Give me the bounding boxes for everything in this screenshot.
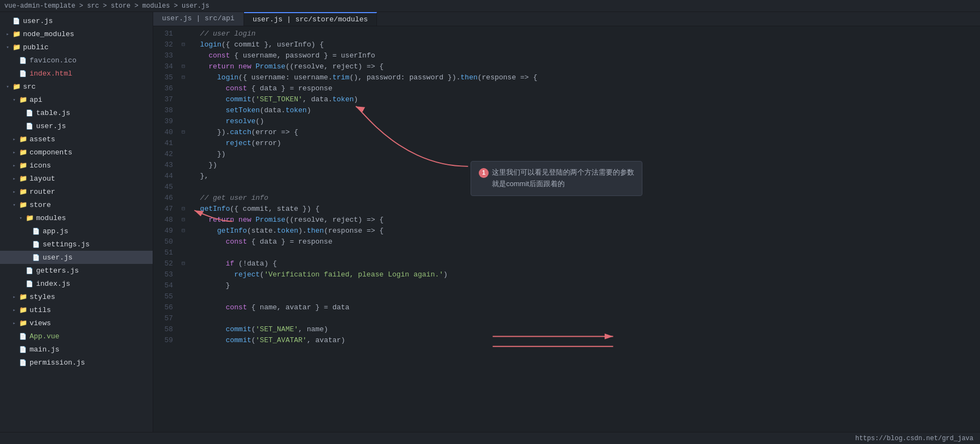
sidebar-item-assets[interactable]: 📁assets	[0, 132, 153, 146]
tree-label-router: router	[30, 188, 55, 196]
editor-content[interactable]: 31 // user login32⊟ login({ commit }, us…	[153, 26, 980, 432]
line-number-32: 32	[153, 39, 179, 50]
tree-label-modules: modules	[36, 214, 66, 222]
sidebar-item-router[interactable]: 📁router	[0, 185, 153, 198]
line-fold-50	[179, 237, 187, 247]
tree-icon-node-modules: 📁	[12, 30, 21, 38]
line-fold-56	[179, 302, 187, 313]
tree-arrow-api	[11, 96, 18, 103]
line-fold-58	[179, 324, 187, 335]
sidebar-item-node-modules[interactable]: 📁node_modules	[0, 27, 153, 41]
line-code-51	[187, 247, 980, 258]
sidebar-item-app-js[interactable]: 📄app.js	[0, 224, 153, 238]
sidebar-item-src[interactable]: 📁src	[0, 80, 153, 93]
tree-icon-settings-js: 📄	[32, 240, 40, 249]
tree-label-favicon-ico: favicon.ico	[30, 56, 77, 65]
line-fold-33	[179, 50, 187, 61]
sidebar-item-styles[interactable]: 📁styles	[0, 290, 153, 303]
sidebar-item-store[interactable]: 📁store	[0, 198, 153, 211]
line-fold-49: ⊟	[179, 226, 187, 237]
tree-icon-app-js: 📄	[32, 227, 40, 235]
line-fold-40: ⊟	[179, 127, 187, 138]
line-code-57	[187, 313, 980, 324]
sidebar-item-modules[interactable]: 📁modules	[0, 211, 153, 224]
line-number-36: 36	[153, 83, 179, 94]
code-line-41: 41 reject(error)	[153, 138, 980, 149]
sidebar-item-permission-js[interactable]: 📄permission.js	[0, 356, 153, 369]
line-number-39: 39	[153, 116, 179, 127]
line-fold-42	[179, 149, 187, 160]
line-number-34: 34	[153, 61, 179, 72]
sidebar-item-favicon-ico[interactable]: 📄favicon.ico	[0, 54, 153, 67]
code-line-55: 55	[153, 291, 980, 302]
line-number-45: 45	[153, 182, 179, 193]
tree-label-main-js: main.js	[30, 345, 60, 354]
code-line-34: 34⊟ return new Promise((resolve, reject)…	[153, 61, 980, 72]
line-fold-41	[179, 138, 187, 149]
line-number-40: 40	[153, 127, 179, 138]
tree-icon-utils: 📁	[19, 305, 27, 314]
sidebar-item-api[interactable]: 📁api	[0, 93, 153, 106]
code-line-53: 53 reject('Verification failed, please L…	[153, 269, 980, 280]
sidebar-item-layout[interactable]: 📁layout	[0, 172, 153, 185]
sidebar-item-user-js-api[interactable]: 📄user.js	[0, 119, 153, 132]
line-number-35: 35	[153, 72, 179, 83]
tree-label-index-html: index.html	[30, 70, 72, 78]
editor-tab-1[interactable]: user.js | src/store/modules	[244, 12, 378, 26]
code-line-48: 48⊟ return new Promise((resolve, reject)…	[153, 215, 980, 226]
sidebar-item-utils[interactable]: 📁utils	[0, 303, 153, 316]
tree-icon-index-js: 📄	[25, 279, 34, 288]
sidebar-item-table-js[interactable]: 📄table.js	[0, 106, 153, 119]
line-fold-37	[179, 94, 187, 105]
line-code-32: login({ commit }, userInfo) {	[187, 39, 980, 50]
sidebar-item-views[interactable]: 📁views	[0, 316, 153, 330]
tree-arrow-modules	[18, 215, 24, 221]
sidebar-item-getters-js[interactable]: 📄getters.js	[0, 264, 153, 277]
line-number-59: 59	[153, 335, 179, 346]
sidebar-item-index-html[interactable]: 📄index.html	[0, 67, 153, 80]
sidebar-item-public[interactable]: 📁public	[0, 41, 153, 54]
line-code-36: const { data } = response	[187, 83, 980, 94]
line-number-38: 38	[153, 105, 179, 116]
line-fold-47: ⊟	[179, 204, 187, 215]
sidebar-item-settings-js[interactable]: 📄settings.js	[0, 238, 153, 251]
editor-tabs: user.js | src/apiuser.js | src/store/mod…	[153, 12, 980, 26]
line-code-39: resolve()	[187, 116, 980, 127]
line-fold-39	[179, 116, 187, 127]
annotation-line2: 就是commit后面跟着的	[479, 180, 565, 188]
line-number-46: 46	[153, 193, 179, 204]
tree-arrow-icons	[11, 162, 18, 169]
line-fold-31	[179, 28, 187, 39]
tree-icon-table-js: 📄	[25, 108, 34, 117]
line-fold-52: ⊟	[179, 258, 187, 269]
tree-arrow-styles	[11, 293, 18, 300]
code-line-57: 57	[153, 313, 980, 324]
line-code-54: }	[187, 280, 980, 291]
sidebar-item-user-js-root[interactable]: 📄user.js	[0, 14, 153, 27]
tree-arrow-public	[4, 44, 11, 50]
tree-label-components: components	[30, 148, 72, 157]
line-code-55	[187, 291, 980, 302]
line-fold-51	[179, 247, 187, 258]
editor-tab-0[interactable]: user.js | src/api	[153, 12, 244, 26]
sidebar: 📄user.js📁node_modules📁public📄favicon.ico…	[0, 12, 153, 432]
line-code-59: commit('SET_AVATAR', avatar)	[187, 335, 980, 346]
line-number-56: 56	[153, 302, 179, 313]
editor-area: user.js | src/apiuser.js | src/store/mod…	[153, 12, 980, 432]
sidebar-item-main-js[interactable]: 📄main.js	[0, 343, 153, 356]
line-fold-57	[179, 313, 187, 324]
annotation-line1: 这里我们可以看见登陆的两个方法需要的参数	[492, 168, 634, 176]
tree-icon-styles: 📁	[19, 292, 27, 301]
tree-icon-getters-js: 📄	[25, 266, 34, 275]
tree-icon-user-js-store: 📄	[32, 253, 40, 262]
code-line-58: 58 commit('SET_NAME', name)	[153, 324, 980, 335]
code-line-37: 37 commit('SET_TOKEN', data.token)	[153, 94, 980, 105]
sidebar-item-components[interactable]: 📁components	[0, 146, 153, 159]
sidebar-item-user-js-store[interactable]: 📄user.js	[0, 251, 153, 264]
line-code-40: }).catch(error => {	[187, 127, 980, 138]
tree-icon-main-js: 📄	[19, 345, 27, 354]
sidebar-item-app-vue[interactable]: 📄App.vue	[0, 330, 153, 343]
code-line-54: 54 }	[153, 280, 980, 291]
sidebar-item-index-js[interactable]: 📄index.js	[0, 277, 153, 290]
sidebar-item-icons[interactable]: 📁icons	[0, 159, 153, 172]
